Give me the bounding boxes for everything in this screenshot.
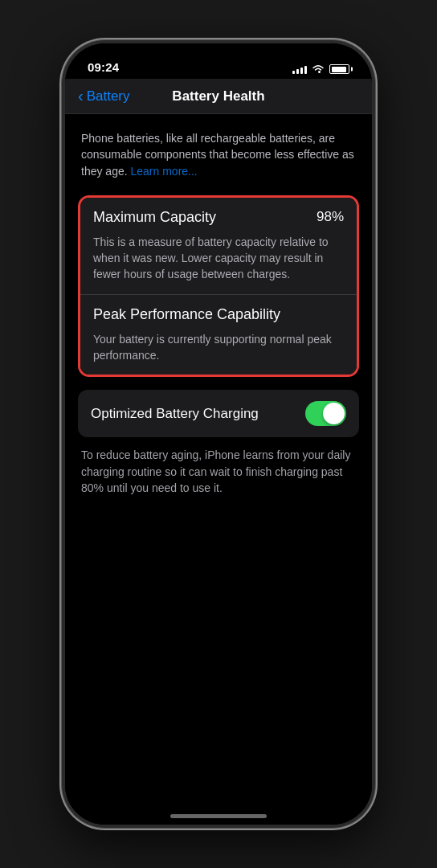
learn-more-link[interactable]: Learn more...	[131, 165, 198, 178]
optimized-charging-toggle[interactable]	[305, 401, 346, 426]
optimized-charging-label: Optimized Battery Charging	[91, 406, 259, 422]
screen-content: Phone batteries, like all rechargeable b…	[65, 114, 372, 825]
maximum-capacity-section: Maximum Capacity 98% This is a measure o…	[80, 198, 357, 294]
maximum-capacity-label: Maximum Capacity	[93, 209, 216, 226]
optimized-charging-row: Optimized Battery Charging	[78, 390, 359, 437]
status-time: 09:24	[88, 60, 119, 74]
back-label: Battery	[87, 88, 130, 104]
signal-bar-3	[300, 68, 303, 74]
toggle-knob	[323, 403, 345, 424]
status-icons	[292, 64, 349, 74]
capacity-header: Maximum Capacity 98%	[93, 209, 344, 226]
signal-bars-icon	[292, 64, 307, 74]
battery-status-icon	[329, 64, 349, 74]
back-button[interactable]: ‹ Battery	[78, 88, 149, 104]
notch	[158, 43, 279, 66]
capacity-card: Maximum Capacity 98% This is a measure o…	[78, 195, 359, 377]
home-indicator[interactable]	[170, 814, 267, 818]
maximum-capacity-value: 98%	[317, 209, 344, 225]
chevron-left-icon: ‹	[78, 88, 84, 104]
signal-bar-2	[296, 69, 299, 74]
nav-bar: ‹ Battery Battery Health	[65, 79, 372, 114]
page-title: Battery Health	[149, 88, 289, 104]
charging-info-text: To reduce battery aging, iPhone learns f…	[78, 447, 359, 496]
wifi-icon	[312, 64, 325, 74]
maximum-capacity-description: This is a measure of battery capacity re…	[93, 234, 344, 283]
peak-performance-label: Peak Performance Capability	[93, 306, 344, 323]
peak-performance-section: Peak Performance Capability Your battery…	[80, 295, 357, 375]
peak-performance-description: Your battery is currently supporting nor…	[93, 331, 344, 364]
battery-description: Phone batteries, like all rechargeable b…	[78, 130, 359, 179]
screen-wrapper: ‹ Battery Battery Health Phone batteries…	[65, 79, 372, 825]
signal-bar-1	[292, 71, 295, 74]
phone-frame: 09:24	[62, 40, 375, 828]
phone-screen: 09:24	[65, 43, 372, 825]
battery-fill	[332, 67, 346, 72]
signal-bar-4	[304, 66, 307, 74]
